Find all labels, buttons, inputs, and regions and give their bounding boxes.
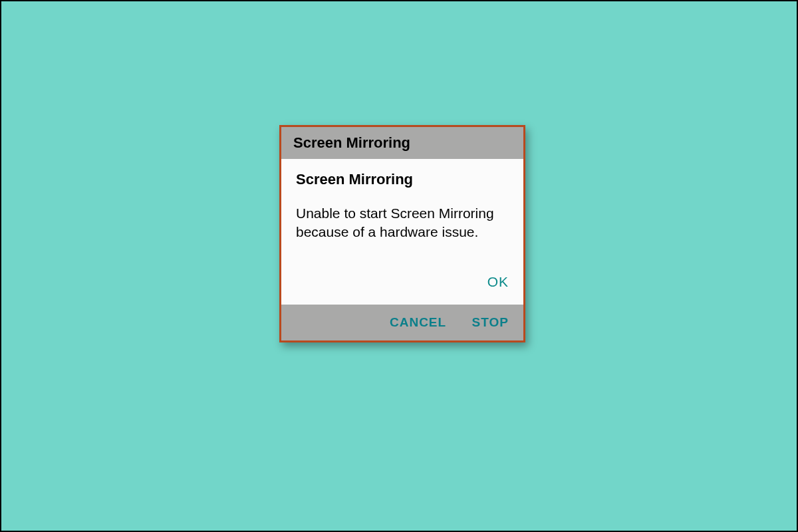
dialog-message: Unable to start Screen Mirroring because… xyxy=(296,204,509,242)
inner-action-row: OK xyxy=(296,242,509,295)
stop-button[interactable]: STOP xyxy=(472,315,509,330)
ok-button[interactable]: OK xyxy=(487,274,509,290)
dialog-title: Screen Mirroring xyxy=(293,134,410,151)
dialog-subtitle: Screen Mirroring xyxy=(296,171,509,188)
dialog-body: Screen Mirroring Unable to start Screen … xyxy=(281,159,523,305)
dialog-footer: CANCEL STOP xyxy=(281,305,523,340)
cancel-button[interactable]: CANCEL xyxy=(390,315,446,330)
screen-mirroring-dialog: Screen Mirroring Screen Mirroring Unable… xyxy=(279,125,525,342)
dialog-titlebar: Screen Mirroring xyxy=(281,127,523,159)
